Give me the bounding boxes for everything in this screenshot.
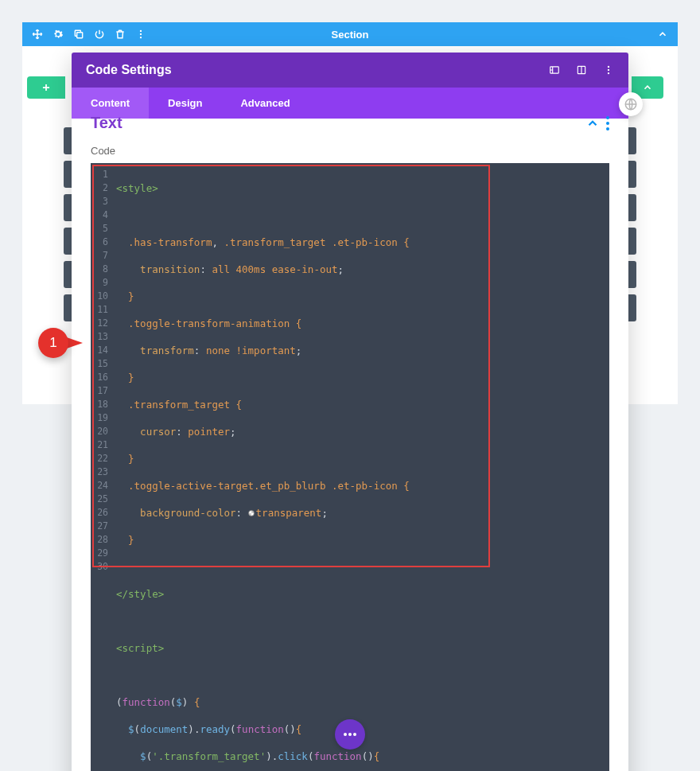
section-header: Section (22, 22, 678, 46)
svg-point-7 (608, 69, 609, 71)
svg-point-6 (608, 66, 609, 68)
section-collapse[interactable] (657, 29, 678, 40)
duplicate-icon[interactable] (73, 29, 84, 40)
more-icon[interactable] (606, 116, 609, 130)
svg-point-9 (606, 116, 609, 119)
svg-point-3 (140, 37, 142, 38)
gear-icon[interactable] (52, 29, 64, 40)
chevron-up-icon[interactable] (585, 116, 600, 130)
more-icon[interactable] (135, 29, 146, 40)
fab-more[interactable] (335, 719, 365, 750)
trash-icon[interactable] (115, 29, 126, 40)
more-icon[interactable] (603, 64, 614, 76)
svg-point-10 (606, 122, 609, 125)
svg-point-15 (353, 733, 356, 736)
code-gutter: 1234567891011121314151617181920212223242… (91, 168, 111, 574)
svg-point-2 (140, 33, 142, 35)
power-icon[interactable] (94, 29, 105, 40)
code-label: Code (72, 145, 628, 157)
tab-design[interactable]: Design (149, 88, 221, 119)
svg-point-8 (608, 72, 609, 74)
section-toolbar (22, 29, 146, 40)
svg-point-1 (140, 30, 142, 32)
svg-point-11 (606, 127, 609, 130)
tab-advanced[interactable]: Advanced (221, 88, 309, 119)
svg-point-14 (348, 733, 352, 736)
column-icon[interactable] (576, 64, 587, 76)
modal-header: Code Settings (72, 53, 628, 88)
svg-point-13 (344, 733, 347, 736)
row-handle[interactable] (27, 76, 65, 99)
modal-title: Code Settings (86, 63, 172, 77)
responsive-icon[interactable] (549, 64, 560, 76)
help-bubble[interactable] (619, 92, 643, 116)
code-editor[interactable]: 1234567891011121314151617181920212223242… (91, 163, 609, 771)
dots-icon (343, 732, 357, 737)
globe-icon (624, 97, 638, 111)
svg-rect-0 (77, 33, 83, 38)
code-settings-modal: Code Settings Content Design Advanced Te… (72, 53, 628, 771)
code-content[interactable]: <style> .has-transform, .transform_targe… (91, 168, 609, 771)
move-icon[interactable] (32, 29, 43, 40)
modal-body: Text Code 123456789101112131415161718192… (72, 114, 628, 771)
